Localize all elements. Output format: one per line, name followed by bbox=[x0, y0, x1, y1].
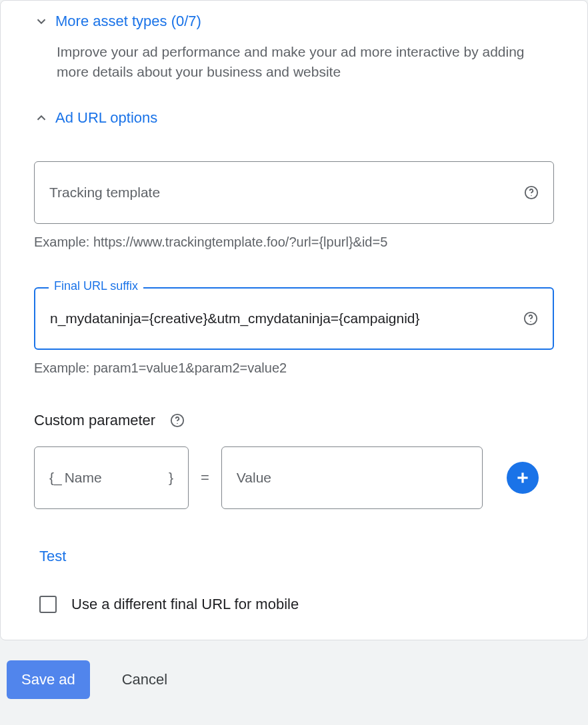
param-name-input[interactable] bbox=[65, 470, 166, 486]
brace-open: {_ bbox=[49, 470, 62, 486]
equals-sign: = bbox=[201, 469, 209, 486]
mobile-url-checkbox[interactable] bbox=[39, 596, 57, 613]
save-button[interactable]: Save ad bbox=[7, 660, 90, 699]
final-url-suffix-input[interactable] bbox=[50, 311, 517, 327]
help-icon[interactable] bbox=[170, 413, 185, 428]
chevron-up-icon bbox=[34, 111, 49, 125]
tracking-template-input[interactable] bbox=[49, 185, 517, 201]
help-icon[interactable] bbox=[523, 311, 538, 326]
chevron-down-icon bbox=[34, 14, 49, 29]
help-icon[interactable] bbox=[524, 185, 539, 200]
tracking-template-example: Example: https://www.trackingtemplate.fo… bbox=[34, 235, 554, 250]
custom-parameter-header: Custom parameter bbox=[34, 412, 554, 429]
svg-point-1 bbox=[531, 195, 531, 196]
final-url-suffix-label: Final URL suffix bbox=[49, 279, 143, 293]
plus-icon bbox=[514, 469, 531, 486]
tracking-template-field[interactable] bbox=[34, 161, 554, 224]
add-parameter-button[interactable] bbox=[507, 462, 539, 494]
test-button[interactable]: Test bbox=[39, 548, 66, 565]
final-url-suffix-example: Example: param1=value1&param2=value2 bbox=[34, 361, 554, 376]
more-asset-types-toggle[interactable]: More asset types (0/7) bbox=[34, 1, 554, 30]
more-asset-types-label: More asset types (0/7) bbox=[55, 13, 201, 30]
mobile-url-row: Use a different final URL for mobile bbox=[39, 596, 554, 613]
ad-options-card: More asset types (0/7) Improve your ad p… bbox=[0, 0, 588, 640]
more-asset-types-description: Improve your ad performance and make you… bbox=[57, 42, 554, 83]
param-value-field[interactable] bbox=[221, 446, 483, 509]
ad-url-options-label: Ad URL options bbox=[55, 109, 157, 127]
mobile-url-label: Use a different final URL for mobile bbox=[71, 596, 299, 613]
param-name-field[interactable]: {_ } bbox=[34, 446, 189, 509]
footer-actions: Save ad Cancel bbox=[0, 640, 588, 719]
final-url-suffix-field[interactable]: Final URL suffix bbox=[34, 287, 554, 350]
cancel-button[interactable]: Cancel bbox=[122, 671, 167, 688]
svg-point-3 bbox=[530, 321, 531, 322]
custom-parameter-row: {_ } = bbox=[34, 446, 554, 509]
param-value-input[interactable] bbox=[237, 470, 467, 486]
brace-close: } bbox=[169, 470, 173, 486]
ad-url-options-toggle[interactable]: Ad URL options bbox=[34, 97, 554, 127]
svg-point-5 bbox=[177, 423, 177, 424]
